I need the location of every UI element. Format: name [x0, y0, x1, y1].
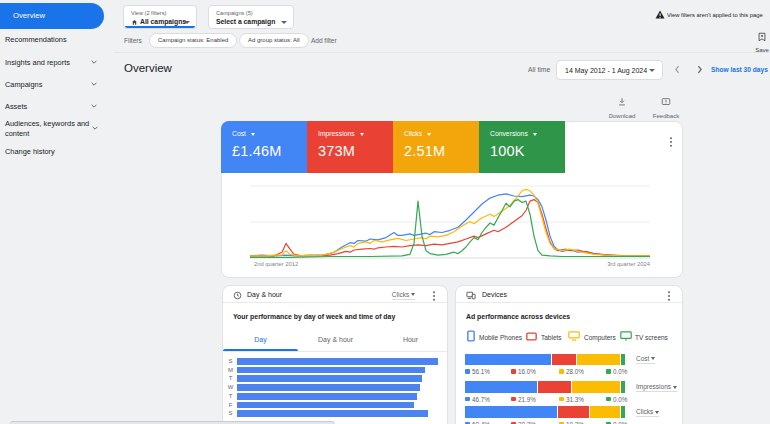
chevron-down-icon [184, 21, 190, 24]
chip-label: Campaign status: Enabled [158, 37, 228, 43]
active-underline [125, 26, 195, 29]
sidebar-item-label: Campaigns [5, 80, 42, 89]
mobile-phone-icon [467, 330, 475, 342]
pct-value: 31.3% [566, 396, 584, 403]
filter-chip-ad-group-status[interactable]: Ad group status: All [239, 33, 309, 48]
day-bar[interactable] [237, 410, 428, 417]
chevron-down-icon [91, 124, 99, 132]
day-hour-metric-selector[interactable]: Clicks [392, 291, 415, 300]
pct-value: 0.0% [613, 396, 627, 403]
sidebar-item-audiences-keywords-content[interactable]: Audiences, keywords and content [5, 119, 93, 138]
tab-label: Day [254, 336, 266, 343]
day-bar[interactable] [237, 384, 420, 391]
view-filters-warning: View filters aren't applied to this page [667, 12, 763, 18]
stacked-bar-clicks[interactable] [465, 406, 626, 418]
legend-swatch [465, 369, 470, 374]
show-last-30-days-link[interactable]: Show last 30 days [711, 66, 768, 73]
overview-scorecard-chart: Cost £1.46M Impressions 373M Clicks 2.51… [221, 121, 683, 278]
day-bar[interactable] [237, 393, 417, 400]
devices-metric-selector-cost[interactable]: Cost [636, 355, 655, 364]
more-options-icon[interactable] [664, 290, 674, 302]
devices-metric-selector-impressions[interactable]: Impressions [636, 383, 677, 392]
metric-selector-value: Clicks [392, 291, 409, 298]
more-options-icon[interactable] [429, 290, 439, 302]
scorecard-metrics: Cost £1.46M Impressions 373M Clicks 2.51… [221, 121, 565, 173]
tab-day[interactable]: Day [223, 336, 298, 343]
segment-computer [590, 406, 620, 418]
filters-label: Filters [124, 37, 142, 44]
card-title: Devices [482, 291, 507, 298]
card-title: Day & hour [247, 291, 282, 298]
metric-value: 373M [318, 143, 355, 159]
add-filter-button[interactable]: Add filter [311, 37, 337, 44]
tab-label: Hour [403, 336, 418, 343]
legend-label: Computers [584, 334, 616, 341]
sidebar-item-change-history[interactable]: Change history [5, 147, 93, 157]
tab-label: Day & hour [318, 336, 353, 343]
metric-impressions[interactable]: Impressions 373M [307, 121, 393, 173]
sidebar-item-campaigns[interactable]: Campaigns [5, 80, 93, 90]
sidebar-item-overview[interactable]: Overview [0, 3, 104, 29]
clock-icon [233, 291, 242, 300]
legend-swatch [606, 397, 611, 402]
devices-metric-selector-clicks[interactable]: Clicks [636, 408, 659, 417]
metric-cost[interactable]: Cost £1.46M [221, 121, 307, 173]
divider [223, 302, 447, 303]
sidebar-item-label: Audiences, keywords and content [5, 119, 89, 138]
segment-computer [572, 381, 620, 393]
download-label: Download [604, 113, 640, 119]
devices-icon [466, 291, 476, 300]
filter-chip-campaign-status[interactable]: Campaign status: Enabled [149, 33, 237, 48]
metric-clicks[interactable]: Clicks 2.51M [393, 121, 479, 173]
legend-label: TV screens [635, 334, 668, 341]
segment-tv [621, 406, 625, 418]
stacked-bar-cost[interactable] [465, 354, 626, 366]
legend-swatch [559, 397, 564, 402]
metric-conversions[interactable]: Conversions 100K [479, 121, 565, 173]
sidebar-item-insights-and-reports[interactable]: Insights and reports [5, 58, 93, 68]
tab-hour[interactable]: Hour [373, 336, 448, 343]
sidebar-item-label: Assets [5, 102, 27, 111]
tv-icon [620, 331, 632, 341]
feedback-button[interactable]: Feedback [648, 93, 684, 119]
sidebar-item-assets[interactable]: Assets [5, 102, 93, 112]
tab-day-hour[interactable]: Day & hour [298, 336, 373, 343]
metric-label: Clicks [404, 130, 422, 137]
pct-value: 46.7% [472, 396, 490, 403]
metric-selector-value: Impressions [636, 383, 671, 390]
pct-value: 0.0% [613, 421, 627, 424]
day-bar[interactable] [237, 367, 425, 374]
day-bar[interactable] [237, 358, 438, 365]
divider [114, 52, 770, 53]
segment-mobile [465, 354, 551, 366]
segment-tablet [552, 354, 577, 366]
view-selector[interactable]: View (2 filters) All campaigns [123, 5, 197, 29]
download-button[interactable]: Download [604, 93, 640, 119]
chevron-down-icon [533, 133, 537, 136]
segment-tablet [538, 381, 572, 393]
previous-range-button[interactable] [672, 64, 683, 75]
chevron-down-icon [427, 133, 431, 136]
next-range-button[interactable] [694, 64, 705, 75]
campaign-selector[interactable]: Campaigns (5) Select a campaign [208, 5, 294, 29]
chevron-down-icon [90, 58, 98, 66]
x-axis-start-label: 2nd quarter 2012 [254, 261, 298, 267]
metric-selector-value: Clicks [636, 408, 653, 415]
more-options-icon[interactable] [666, 136, 676, 148]
day-bar[interactable] [237, 402, 414, 409]
stacked-bar-impressions[interactable] [465, 381, 626, 393]
save-icon [757, 32, 767, 42]
pct-value: 60.4% [472, 421, 490, 424]
day-bar[interactable] [237, 375, 422, 382]
save-button[interactable]: Save [753, 28, 770, 53]
pct-value: 28.0% [566, 368, 584, 375]
sidebar-item-recommendations[interactable]: Recommendations [5, 35, 93, 45]
computer-icon [568, 331, 580, 341]
page-title: Overview [124, 62, 172, 74]
metric-selector-value: Cost [636, 355, 649, 362]
chevron-down-icon [360, 133, 364, 136]
chip-label: Ad group status: All [248, 37, 300, 43]
date-range-picker[interactable]: 14 May 2012 - 1 Aug 2024 [556, 60, 663, 80]
pct-value: 16.0% [518, 368, 536, 375]
legend-label: Tablets [541, 334, 562, 341]
